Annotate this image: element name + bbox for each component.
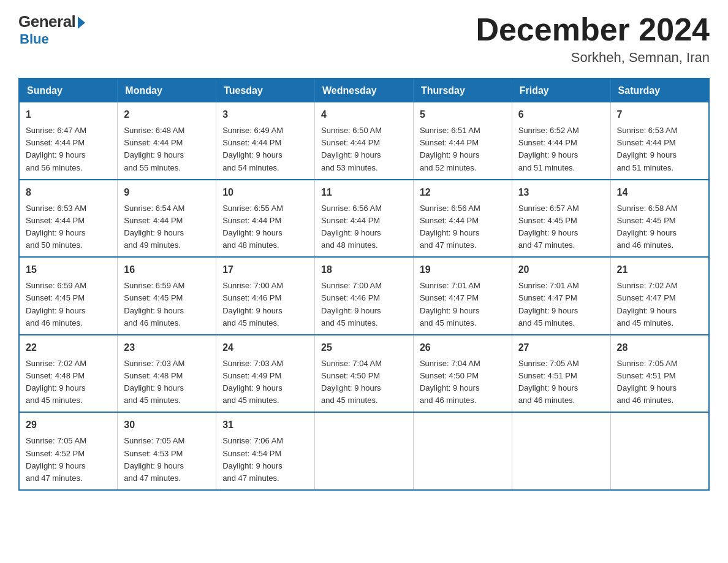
day-number: 6: [518, 107, 604, 122]
calendar-cell: 25 Sunrise: 7:04 AMSunset: 4:50 PMDaylig…: [315, 335, 414, 413]
day-info: Sunrise: 6:58 AMSunset: 4:45 PMDaylight:…: [617, 204, 678, 250]
day-number: 15: [26, 262, 111, 277]
calendar-cell: 27 Sunrise: 7:05 AMSunset: 4:51 PMDaylig…: [512, 335, 610, 413]
day-info: Sunrise: 7:02 AMSunset: 4:47 PMDaylight:…: [617, 281, 678, 327]
calendar-cell: 7 Sunrise: 6:53 AMSunset: 4:44 PMDayligh…: [610, 102, 709, 180]
calendar-cell: 26 Sunrise: 7:04 AMSunset: 4:50 PMDaylig…: [413, 335, 512, 413]
day-info: Sunrise: 6:49 AMSunset: 4:44 PMDaylight:…: [222, 126, 283, 172]
day-number: 21: [617, 262, 702, 277]
calendar-cell: 23 Sunrise: 7:03 AMSunset: 4:48 PMDaylig…: [118, 335, 216, 413]
calendar-cell: 14 Sunrise: 6:58 AMSunset: 4:45 PMDaylig…: [610, 180, 709, 258]
day-info: Sunrise: 7:05 AMSunset: 4:53 PMDaylight:…: [124, 436, 184, 482]
day-info: Sunrise: 6:47 AMSunset: 4:44 PMDaylight:…: [26, 126, 86, 172]
calendar-cell: [315, 412, 414, 490]
calendar-cell: 19 Sunrise: 7:01 AMSunset: 4:47 PMDaylig…: [413, 257, 512, 335]
calendar-week-2: 8 Sunrise: 6:53 AMSunset: 4:44 PMDayligh…: [19, 180, 709, 258]
day-info: Sunrise: 6:55 AMSunset: 4:44 PMDaylight:…: [222, 204, 283, 250]
day-number: 5: [420, 107, 506, 122]
day-info: Sunrise: 7:00 AMSunset: 4:46 PMDaylight:…: [321, 281, 382, 327]
calendar-week-5: 29 Sunrise: 7:05 AMSunset: 4:52 PMDaylig…: [19, 412, 709, 490]
day-info: Sunrise: 7:05 AMSunset: 4:51 PMDaylight:…: [617, 359, 678, 405]
calendar-cell: 2 Sunrise: 6:48 AMSunset: 4:44 PMDayligh…: [118, 102, 216, 180]
col-header-friday: Friday: [512, 79, 610, 102]
day-info: Sunrise: 7:01 AMSunset: 4:47 PMDaylight:…: [518, 281, 579, 327]
calendar-cell: 24 Sunrise: 7:03 AMSunset: 4:49 PMDaylig…: [216, 335, 315, 413]
day-number: 10: [222, 185, 308, 200]
calendar-cell: 15 Sunrise: 6:59 AMSunset: 4:45 PMDaylig…: [19, 257, 118, 335]
calendar-week-1: 1 Sunrise: 6:47 AMSunset: 4:44 PMDayligh…: [19, 102, 709, 180]
calendar-cell: 28 Sunrise: 7:05 AMSunset: 4:51 PMDaylig…: [610, 335, 709, 413]
calendar-cell: 16 Sunrise: 6:59 AMSunset: 4:45 PMDaylig…: [118, 257, 216, 335]
calendar-cell: 12 Sunrise: 6:56 AMSunset: 4:44 PMDaylig…: [413, 180, 512, 258]
day-info: Sunrise: 7:06 AMSunset: 4:54 PMDaylight:…: [222, 436, 283, 482]
day-number: 26: [420, 340, 506, 355]
calendar-cell: 13 Sunrise: 6:57 AMSunset: 4:45 PMDaylig…: [512, 180, 610, 258]
calendar-cell: [610, 412, 709, 490]
location-title: Sorkheh, Semnan, Iran: [476, 50, 710, 66]
day-info: Sunrise: 6:56 AMSunset: 4:44 PMDaylight:…: [420, 204, 480, 250]
day-info: Sunrise: 7:04 AMSunset: 4:50 PMDaylight:…: [420, 359, 480, 405]
calendar-cell: 9 Sunrise: 6:54 AMSunset: 4:44 PMDayligh…: [118, 180, 216, 258]
day-number: 2: [124, 107, 210, 122]
col-header-tuesday: Tuesday: [216, 79, 315, 102]
calendar-cell: [413, 412, 512, 490]
day-number: 3: [222, 107, 308, 122]
day-number: 14: [617, 185, 702, 200]
day-info: Sunrise: 7:05 AMSunset: 4:52 PMDaylight:…: [26, 436, 86, 482]
day-number: 30: [124, 418, 210, 432]
day-info: Sunrise: 6:51 AMSunset: 4:44 PMDaylight:…: [420, 126, 480, 172]
page-header: General Blue December 2024 Sorkheh, Semn…: [18, 12, 710, 66]
day-info: Sunrise: 7:01 AMSunset: 4:47 PMDaylight:…: [420, 281, 480, 327]
calendar-cell: 18 Sunrise: 7:00 AMSunset: 4:46 PMDaylig…: [315, 257, 414, 335]
calendar-header-row: Sunday Monday Tuesday Wednesday Thursday…: [19, 79, 709, 102]
calendar-cell: [512, 412, 610, 490]
day-number: 31: [222, 418, 308, 432]
col-header-wednesday: Wednesday: [315, 79, 414, 102]
day-number: 11: [321, 185, 407, 200]
day-number: 4: [321, 107, 407, 122]
day-number: 16: [124, 262, 210, 277]
day-number: 9: [124, 185, 210, 200]
day-number: 13: [518, 185, 604, 200]
calendar-cell: 6 Sunrise: 6:52 AMSunset: 4:44 PMDayligh…: [512, 102, 610, 180]
day-info: Sunrise: 6:56 AMSunset: 4:44 PMDaylight:…: [321, 204, 382, 250]
day-info: Sunrise: 6:54 AMSunset: 4:44 PMDaylight:…: [124, 204, 184, 250]
day-number: 27: [518, 340, 604, 355]
col-header-monday: Monday: [118, 79, 216, 102]
day-number: 19: [420, 262, 506, 277]
day-number: 29: [26, 418, 111, 432]
day-number: 18: [321, 262, 407, 277]
calendar-cell: 31 Sunrise: 7:06 AMSunset: 4:54 PMDaylig…: [216, 412, 315, 490]
calendar-cell: 30 Sunrise: 7:05 AMSunset: 4:53 PMDaylig…: [118, 412, 216, 490]
logo-general-text: General: [18, 12, 75, 31]
day-info: Sunrise: 6:48 AMSunset: 4:44 PMDaylight:…: [124, 126, 184, 172]
day-number: 24: [222, 340, 308, 355]
month-title: December 2024: [476, 12, 710, 47]
calendar-week-4: 22 Sunrise: 7:02 AMSunset: 4:48 PMDaylig…: [19, 335, 709, 413]
calendar-cell: 4 Sunrise: 6:50 AMSunset: 4:44 PMDayligh…: [315, 102, 414, 180]
calendar-cell: 17 Sunrise: 7:00 AMSunset: 4:46 PMDaylig…: [216, 257, 315, 335]
calendar-cell: 11 Sunrise: 6:56 AMSunset: 4:44 PMDaylig…: [315, 180, 414, 258]
day-info: Sunrise: 6:53 AMSunset: 4:44 PMDaylight:…: [26, 204, 86, 250]
day-number: 17: [222, 262, 308, 277]
col-header-saturday: Saturday: [610, 79, 709, 102]
day-number: 20: [518, 262, 604, 277]
day-info: Sunrise: 7:04 AMSunset: 4:50 PMDaylight:…: [321, 359, 382, 405]
day-number: 22: [26, 340, 111, 355]
day-info: Sunrise: 7:05 AMSunset: 4:51 PMDaylight:…: [518, 359, 579, 405]
calendar-cell: 29 Sunrise: 7:05 AMSunset: 4:52 PMDaylig…: [19, 412, 118, 490]
day-info: Sunrise: 7:02 AMSunset: 4:48 PMDaylight:…: [26, 359, 86, 405]
calendar-cell: 5 Sunrise: 6:51 AMSunset: 4:44 PMDayligh…: [413, 102, 512, 180]
day-info: Sunrise: 6:50 AMSunset: 4:44 PMDaylight:…: [321, 126, 382, 172]
calendar-cell: 8 Sunrise: 6:53 AMSunset: 4:44 PMDayligh…: [19, 180, 118, 258]
col-header-thursday: Thursday: [413, 79, 512, 102]
calendar-week-3: 15 Sunrise: 6:59 AMSunset: 4:45 PMDaylig…: [19, 257, 709, 335]
logo-arrow-icon: [78, 17, 85, 29]
day-number: 28: [617, 340, 702, 355]
calendar-cell: 10 Sunrise: 6:55 AMSunset: 4:44 PMDaylig…: [216, 180, 315, 258]
calendar-table: Sunday Monday Tuesday Wednesday Thursday…: [18, 78, 710, 491]
day-number: 25: [321, 340, 407, 355]
day-number: 8: [26, 185, 111, 200]
day-number: 7: [617, 107, 702, 122]
day-info: Sunrise: 6:59 AMSunset: 4:45 PMDaylight:…: [26, 281, 86, 327]
